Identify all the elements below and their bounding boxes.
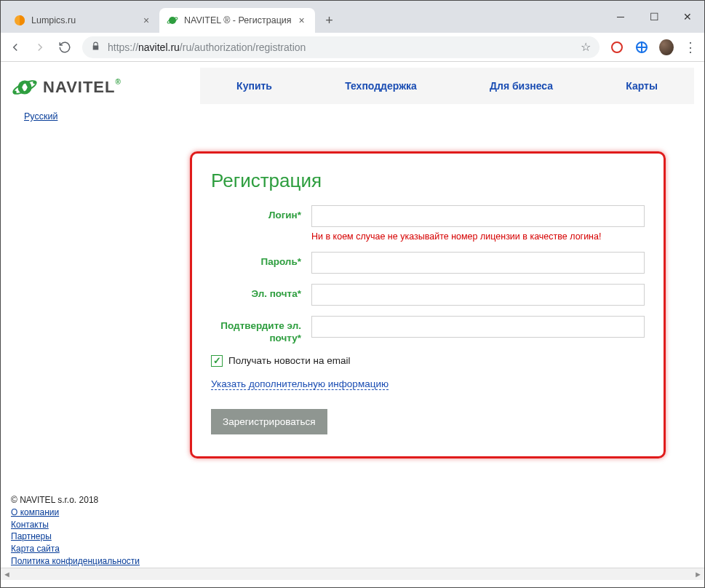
login-input[interactable] (311, 205, 645, 227)
forward-button[interactable] (33, 40, 47, 55)
news-checkbox[interactable]: ✓ (211, 355, 223, 367)
footer-link-partners[interactable]: Партнеры (11, 531, 52, 543)
bookmark-star-icon[interactable]: ☆ (581, 40, 591, 54)
footer: © NAVITEL s.r.o. 2018 О компании Контакт… (11, 495, 694, 568)
password-label: Пароль* (211, 252, 311, 269)
logo[interactable]: NAVITEL® (11, 74, 200, 101)
login-warning: Ни в коем случае не указывайте номер лиц… (311, 231, 645, 242)
close-icon[interactable]: × (140, 15, 152, 26)
favicon-navitel (167, 15, 178, 26)
browser-window: Lumpics.ru × NAVITEL ® - Регистрация × +… (0, 0, 705, 588)
lock-icon (91, 41, 100, 53)
close-icon[interactable]: × (296, 15, 308, 26)
scroll-left-icon[interactable]: ◄ (1, 568, 13, 581)
main-nav: Купить Техподдержка Для бизнеса Карты (200, 68, 694, 104)
footer-link-contacts[interactable]: Контакты (11, 519, 49, 531)
email-confirm-input[interactable] (311, 316, 645, 338)
new-tab-button[interactable]: + (319, 10, 340, 31)
site-header: NAVITEL® Русский Купить Техподдержка Для… (11, 68, 694, 122)
tab-title: NAVITEL ® - Регистрация (184, 15, 292, 25)
registration-form-highlight: Регистрация Логин* Ни в коем случае не у… (190, 151, 666, 458)
reload-button[interactable] (57, 40, 72, 55)
url-text: https://navitel.ru/ru/authorization/regi… (108, 41, 573, 53)
footer-link-privacy[interactable]: Политика конфиденциальности (11, 555, 140, 568)
back-button[interactable] (8, 40, 23, 55)
nav-buy[interactable]: Купить (236, 80, 272, 92)
copyright: © NAVITEL s.r.o. 2018 (11, 495, 694, 505)
extra-info-link[interactable]: Указать дополнительную информацию (211, 378, 389, 390)
maximize-button[interactable]: ☐ (637, 1, 671, 33)
titlebar: Lumpics.ru × NAVITEL ® - Регистрация × +… (1, 1, 704, 33)
language-link[interactable]: Русский (24, 111, 57, 122)
nav-maps[interactable]: Карты (626, 80, 658, 92)
login-label: Логин* (211, 205, 311, 222)
logo-text: NAVITEL® (43, 78, 122, 97)
profile-avatar[interactable] (659, 40, 674, 55)
address-bar[interactable]: https://navitel.ru/ru/authorization/regi… (82, 36, 600, 58)
tab-lumpics[interactable]: Lumpics.ru × (7, 8, 159, 33)
news-checkbox-label: Получать новости на email (228, 355, 350, 366)
close-window-button[interactable]: ✕ (671, 1, 704, 33)
horizontal-scrollbar[interactable]: ◄ ► (1, 568, 704, 580)
menu-button[interactable]: ⋮ (684, 39, 697, 55)
window-controls: ─ ☐ ✕ (604, 1, 704, 33)
page-title: Регистрация (211, 170, 645, 192)
password-input[interactable] (311, 252, 645, 274)
footer-link-about[interactable]: О компании (11, 506, 59, 519)
tab-navitel[interactable]: NAVITEL ® - Регистрация × (159, 8, 315, 33)
register-button[interactable]: Зарегистрироваться (211, 409, 327, 434)
extension-globe-icon[interactable] (634, 40, 649, 55)
nav-support[interactable]: Техподдержка (345, 80, 417, 92)
logo-icon (11, 74, 39, 101)
scroll-right-icon[interactable]: ► (692, 568, 704, 581)
svg-point-5 (14, 91, 17, 94)
toolbar: https://navitel.ru/ru/authorization/regi… (1, 33, 704, 62)
tab-title: Lumpics.ru (31, 15, 136, 25)
footer-link-sitemap[interactable]: Карта сайта (11, 543, 60, 555)
svg-point-6 (33, 81, 36, 84)
email-label: Эл. почта* (211, 284, 311, 301)
checkmark-icon: ✓ (213, 355, 221, 366)
page: NAVITEL® Русский Купить Техподдержка Для… (1, 62, 704, 587)
nav-business[interactable]: Для бизнеса (490, 80, 553, 92)
email-input[interactable] (311, 284, 645, 306)
minimize-button[interactable]: ─ (604, 1, 637, 33)
extension-opera-icon[interactable] (610, 40, 624, 55)
favicon-lumpics (14, 15, 25, 26)
email-confirm-label: Подтвердите эл. почту* (211, 316, 311, 345)
